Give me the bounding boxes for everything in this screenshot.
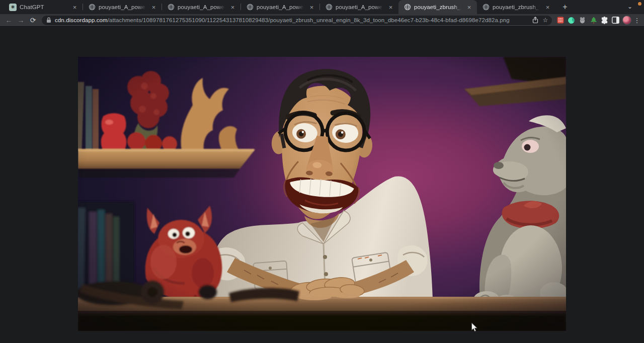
bookmark-star-icon[interactable]: ☆ (540, 16, 550, 25)
lock-icon[interactable] (46, 17, 51, 23)
tab-close-icon[interactable]: × (465, 4, 473, 11)
share-icon[interactable] (530, 16, 540, 25)
tab-title: pouyaeti_A_powerful_modern (99, 4, 147, 10)
globe-favicon-icon (482, 4, 490, 11)
tab-title: pouyaeti_A_powerful_modern (178, 4, 226, 10)
globe-favicon-icon (88, 4, 96, 11)
tab-title: pouyaeti_zbrush_unreal_engin (414, 4, 462, 10)
tab-title: pouyaeti_A_powerful_modern (336, 4, 384, 10)
tab-pouyaeti-4[interactable]: pouyaeti_A_powerful_modern × (320, 0, 398, 14)
page-content (0, 27, 644, 343)
new-tab-button[interactable]: + (558, 1, 572, 14)
tab-pouyaeti-1[interactable]: pouyaeti_A_powerful_modern × (83, 0, 162, 14)
tab-pouyaeti-zbrush-active[interactable]: pouyaeti_zbrush_unreal_engin × (398, 0, 477, 14)
globe-favicon-icon (167, 4, 175, 11)
recording-indicator-dot (638, 2, 641, 6)
url-text: cdn.discordapp.com/attachments/108978176… (55, 17, 530, 23)
extensions-puzzle-icon[interactable] (599, 15, 610, 26)
globe-favicon-icon (246, 4, 254, 11)
image-pouyaeti-artwork[interactable] (78, 57, 566, 331)
side-panel-icon[interactable] (610, 15, 621, 26)
tab-title: pouyaeti_zbrush_unreal_engi (493, 4, 541, 10)
tab-title: ChatGPT (20, 4, 68, 10)
chatgpt-favicon-icon: ✳ (9, 4, 17, 11)
globe-favicon-icon (325, 4, 333, 11)
url-domain: cdn.discordapp.com (55, 17, 108, 23)
tab-list-chevron-icon[interactable]: ⌄ (626, 4, 634, 12)
tab-chatgpt[interactable]: ✳ ChatGPT × (4, 0, 83, 14)
tab-pouyaeti-3[interactable]: pouyaeti_A_powerful_modern × (241, 0, 319, 14)
address-bar[interactable]: cdn.discordapp.com/attachments/108978176… (42, 16, 552, 25)
tab-pouyaeti-zbrush-2[interactable]: pouyaeti_zbrush_unreal_engi × (477, 0, 555, 14)
browser-window: ✳ ChatGPT × pouyaeti_A_powerful_modern ×… (0, 0, 644, 343)
tab-pouyaeti-2[interactable]: pouyaeti_A_powerful_modern × (162, 0, 240, 14)
tab-close-icon[interactable]: × (150, 4, 157, 11)
globe-favicon-icon (404, 4, 411, 11)
browser-menu-icon[interactable]: ⋮ (633, 17, 641, 24)
tab-close-icon[interactable]: × (544, 4, 551, 11)
profile-avatar[interactable] (622, 16, 631, 25)
tab-close-icon[interactable]: × (229, 4, 236, 11)
url-path: /attachments/1089781761275351090/1122543… (108, 17, 510, 23)
artwork-canvas (78, 57, 566, 331)
tab-close-icon[interactable]: × (71, 4, 78, 11)
tab-close-icon[interactable]: × (308, 4, 315, 11)
back-button[interactable]: ← (3, 15, 15, 26)
forward-button[interactable]: → (15, 15, 27, 26)
mouse-extension-icon[interactable] (577, 15, 588, 26)
reload-button[interactable]: ⟳ (27, 15, 39, 26)
toolbar: ← → ⟳ cdn.discordapp.com/attachments/108… (0, 14, 644, 27)
tab-strip: ✳ ChatGPT × pouyaeti_A_powerful_modern ×… (0, 0, 644, 14)
tab-title: pouyaeti_A_powerful_modern (257, 4, 305, 10)
red-grid-extension-icon[interactable] (555, 15, 566, 26)
dark-reader-extension-icon[interactable] (566, 15, 577, 26)
tree-extension-icon[interactable] (588, 15, 599, 26)
tab-close-icon[interactable]: × (387, 4, 394, 11)
artwork-vignette (78, 57, 566, 331)
